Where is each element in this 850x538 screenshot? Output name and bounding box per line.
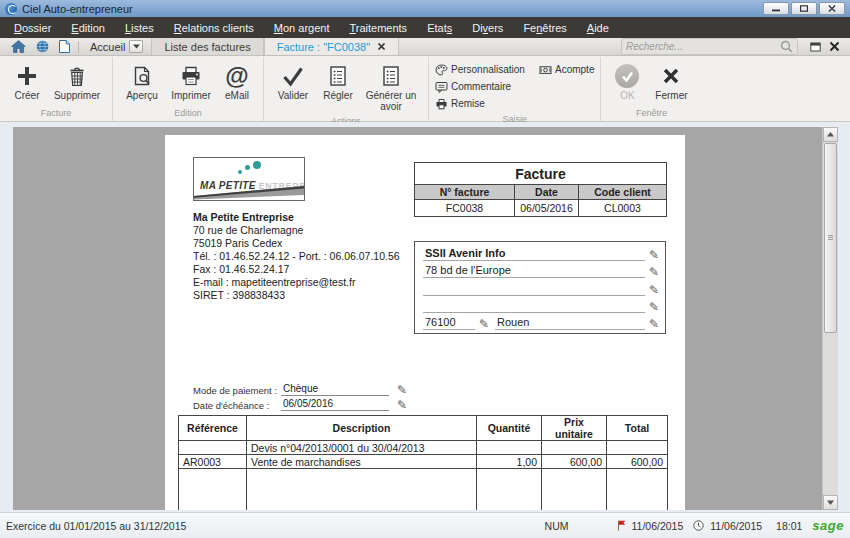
menu-fenetres[interactable]: Fenêtres	[513, 19, 576, 37]
cell-description[interactable]: Devis n°04/2013/0001 du 30/04/2013	[247, 441, 477, 455]
scroll-up-button[interactable]	[823, 127, 838, 142]
arrow-down-icon	[827, 500, 834, 505]
cell-reference[interactable]	[179, 441, 247, 455]
close-icon	[829, 41, 840, 52]
acompte-button[interactable]: Acompte	[539, 61, 594, 78]
system-time: 18:01	[776, 520, 802, 532]
menu-edition[interactable]: Edition	[61, 19, 115, 37]
generer-avoir-button[interactable]: Générer un avoir	[360, 61, 422, 114]
payment-mode-field[interactable]: Chèque	[281, 383, 389, 396]
regler-label: Régler	[323, 90, 352, 101]
cell-quantite[interactable]	[477, 441, 542, 455]
search-input[interactable]	[626, 41, 776, 52]
new-document-button[interactable]	[54, 38, 75, 55]
email-label-imprimer: Imprimer	[171, 90, 210, 101]
menu-dossier[interactable]: Dossier	[4, 19, 61, 37]
cell-description[interactable]: Vente de marchandises	[247, 455, 477, 469]
home-button[interactable]	[6, 38, 31, 55]
divider	[78, 41, 79, 53]
maximize-button[interactable]	[791, 2, 817, 15]
due-date-field[interactable]: 06/05/2016	[281, 398, 389, 411]
toolbar-group-actions: Valider Régler	[264, 57, 429, 121]
col-date: Date	[515, 185, 579, 200]
apercu-button[interactable]: Aperçu	[119, 61, 165, 103]
client-address3-field[interactable]	[423, 300, 645, 313]
web-button[interactable]	[31, 38, 54, 55]
fermer-button[interactable]: Fermer	[647, 61, 695, 103]
checkmark-icon	[281, 63, 305, 89]
commentaire-button[interactable]: Commentaire	[435, 78, 539, 95]
close-icon	[377, 42, 386, 51]
imprimer-button[interactable]: Imprimer	[165, 61, 217, 103]
accueil-dropdown-button[interactable]	[129, 40, 143, 53]
float-window-icon	[810, 42, 821, 52]
edit-pencil-icon[interactable]: ✎	[645, 284, 659, 296]
edit-pencil-icon[interactable]: ✎	[645, 249, 659, 261]
menu-mon-argent[interactable]: Mon argent	[264, 19, 340, 37]
edit-pencil-icon[interactable]: ✎	[393, 384, 407, 396]
cell-total[interactable]	[607, 441, 668, 455]
tab-liste-des-factures[interactable]: Liste des factures	[151, 38, 263, 55]
menu-relations-clients[interactable]: Relations clients	[164, 19, 264, 37]
company-line: Fax : 01.46.52.24.17	[193, 263, 400, 276]
client-name-field[interactable]: SSII Avenir Info	[423, 247, 645, 261]
cell-total[interactable]: 600,00	[607, 455, 668, 469]
menu-listes[interactable]: Listes	[115, 19, 164, 37]
col-numero-facture: N° facture	[415, 185, 515, 200]
group-label-fenetre: Fenêtre	[607, 106, 695, 121]
table-row-empty	[179, 469, 668, 511]
scrollbar-thumb[interactable]	[824, 143, 837, 333]
valider-button[interactable]: Valider	[270, 61, 316, 103]
edit-pencil-icon[interactable]: ✎	[645, 301, 659, 313]
invoice-items-table: Référence Description Quantité Prix unit…	[178, 415, 668, 510]
creer-button[interactable]: Créer	[6, 61, 48, 103]
menu-traitements[interactable]: Traitements	[339, 19, 417, 37]
company-line: 75019 Paris Cedex	[193, 237, 400, 250]
menu-divers[interactable]: Divers	[462, 19, 513, 37]
window-title: Ciel Auto-entrepreneur	[22, 3, 133, 15]
cell-prix-unitaire[interactable]	[542, 441, 607, 455]
client-zip-field[interactable]: 76100	[423, 316, 475, 330]
speech-bubble-icon	[435, 81, 448, 93]
ok-check-icon	[615, 63, 639, 89]
at-sign-icon: @	[225, 63, 248, 89]
tab-close-button[interactable]	[377, 42, 386, 51]
vertical-scrollbar[interactable]	[822, 127, 838, 510]
personnalisation-button[interactable]: Personnalisation	[435, 61, 539, 78]
edit-pencil-icon[interactable]: ✎	[645, 266, 659, 278]
search-box[interactable]	[621, 38, 798, 55]
tab-facture-fc0038[interactable]: Facture : "FC0038"	[264, 38, 399, 55]
table-row: AR0003 Vente de marchandises 1,00 600,00…	[179, 455, 668, 469]
client-address2-field[interactable]	[423, 283, 645, 296]
close-button[interactable]	[819, 2, 845, 15]
col-total: Total	[607, 416, 668, 441]
close-tab-group-button[interactable]	[825, 41, 844, 52]
sage-logo: sage	[812, 518, 844, 533]
menu-aide[interactable]: Aide	[577, 19, 619, 37]
client-address1-field[interactable]: 78 bd de l'Europe	[423, 264, 645, 278]
float-window-button[interactable]	[806, 42, 825, 52]
edit-pencil-icon[interactable]: ✎	[645, 318, 659, 330]
palette-icon	[435, 64, 448, 76]
edit-pencil-icon[interactable]: ✎	[393, 399, 407, 411]
client-city-field[interactable]: Rouen	[495, 316, 645, 330]
edit-pencil-icon[interactable]: ✎	[475, 318, 489, 330]
email-button[interactable]: @ eMail	[217, 61, 257, 103]
system-date: 11/06/2015	[710, 520, 762, 532]
flag-icon	[617, 520, 626, 531]
supprimer-button[interactable]: Supprimer	[48, 61, 106, 103]
remise-button[interactable]: Remise	[435, 95, 539, 112]
form-list-icon	[328, 63, 348, 89]
regler-button[interactable]: Régler	[316, 61, 360, 103]
accueil-label[interactable]: Accueil	[82, 41, 129, 53]
cell-prix-unitaire[interactable]: 600,00	[542, 455, 607, 469]
client-address-box: SSII Avenir Info ✎ 78 bd de l'Europe ✎ ✎…	[414, 241, 666, 334]
menu-etats[interactable]: Etats	[417, 19, 462, 37]
email-label: eMail	[225, 90, 249, 101]
cell-reference[interactable]: AR0003	[179, 455, 247, 469]
cell-quantite[interactable]: 1,00	[477, 455, 542, 469]
ok-button[interactable]: OK	[607, 61, 647, 103]
group-label-facture: Facture	[6, 106, 106, 121]
scroll-down-button[interactable]	[823, 495, 838, 510]
minimize-button[interactable]	[763, 2, 789, 15]
